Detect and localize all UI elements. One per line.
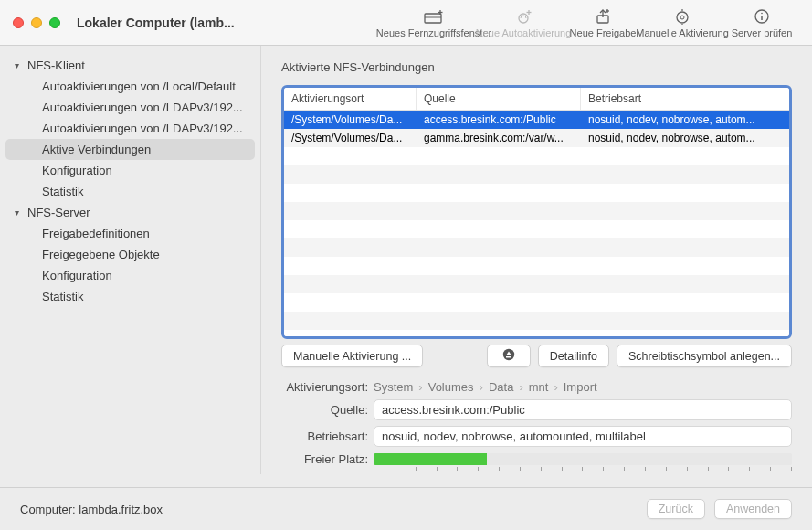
sidebar-item-autoldap2[interactable]: Autoaktivierungen von /LDAPv3/192...: [5, 118, 255, 139]
content-pane: Aktivierte NFS-Verbindungen Aktivierungs…: [261, 46, 812, 474]
footer: Computer: lambda.fritz.box Zurück Anwend…: [0, 487, 812, 530]
breadcrumb[interactable]: System› Volumes› Data› mnt› Import: [374, 380, 792, 394]
table-row[interactable]: /System/Volumes/Da... gamma.bresink.com:…: [284, 129, 789, 147]
titlebar: Lokaler Computer (lamb... Neues Fernzugr…: [0, 0, 812, 46]
info-icon: [754, 7, 770, 26]
col-source[interactable]: Quelle: [417, 88, 581, 110]
mode-field[interactable]: nosuid, nodev, nobrowse, automounted, mu…: [374, 426, 792, 447]
connections-table[interactable]: Aktivierungsort Quelle Betriebsart /Syst…: [281, 85, 792, 339]
toolbar-check-server[interactable]: Server prüfen: [728, 0, 796, 45]
sidebar-item-autolocal[interactable]: Autoaktivierungen von /Local/Default: [5, 76, 255, 97]
free-space-fill: [374, 453, 487, 465]
chevron-down-icon: ▾: [15, 207, 24, 217]
apply-button[interactable]: Anwenden: [714, 499, 792, 519]
label-source: Quelle:: [281, 403, 368, 417]
sidebar-item-server-config[interactable]: Konfiguration: [5, 265, 255, 286]
table-row-empty: [284, 220, 789, 238]
svg-point-17: [761, 12, 763, 14]
sidebar-item-shared-objects[interactable]: Freigegebene Objekte: [5, 244, 255, 265]
content-title: Aktivierte NFS-Verbindungen: [281, 60, 792, 74]
eject-button[interactable]: [487, 344, 531, 367]
source-field[interactable]: access.bresink.com:/Public: [374, 399, 792, 420]
minimize-window-button[interactable]: [31, 17, 42, 28]
sidebar-item-client-stats[interactable]: Statistik: [5, 181, 255, 202]
col-mode[interactable]: Betriebsart: [581, 88, 789, 110]
svg-point-12: [680, 16, 684, 19]
table-row-empty: [284, 312, 789, 330]
remote-window-icon: [421, 7, 447, 26]
sidebar-item-share-defs[interactable]: Freigabedefinitionen: [5, 223, 255, 244]
col-location[interactable]: Aktivierungsort: [284, 88, 417, 110]
sidebar: ▾ NFS-Klient Autoaktivierungen von /Loca…: [0, 46, 261, 474]
close-window-button[interactable]: [13, 17, 24, 28]
table-row-empty: [284, 275, 789, 293]
table-row-empty: [284, 257, 789, 275]
sidebar-group-server[interactable]: ▾ NFS-Server: [0, 202, 260, 223]
table-actions: Manuelle Aktivierung ... Detailinfo Schr…: [281, 344, 792, 367]
detail-info-button[interactable]: Detailinfo: [538, 344, 609, 367]
manual-activation-button[interactable]: Manuelle Aktivierung ...: [281, 344, 423, 367]
table-row-empty: [284, 293, 789, 312]
label-free-space: Freier Platz:: [281, 452, 368, 466]
free-space-bar: [374, 453, 792, 465]
table-row-empty: [284, 330, 789, 336]
window-controls: [0, 17, 60, 28]
svg-point-11: [677, 12, 688, 23]
detail-form: Aktivierungsort: System› Volumes› Data› …: [281, 380, 792, 466]
table-row[interactable]: /System/Volumes/Da... access.bresink.com…: [284, 111, 789, 129]
svg-rect-20: [506, 356, 511, 358]
table-row-empty: [284, 184, 789, 202]
table-header: Aktivierungsort Quelle Betriebsart: [284, 88, 789, 111]
label-mode: Betriebsart:: [281, 429, 368, 443]
table-body: /System/Volumes/Da... access.bresink.com…: [284, 111, 789, 336]
label-location: Aktivierungsort:: [281, 380, 368, 394]
table-row-empty: [284, 147, 789, 165]
desktop-symbol-button[interactable]: Schreibtischsymbol anlegen...: [617, 344, 792, 367]
toolbar-new-share[interactable]: Neue Freigabe: [569, 0, 637, 45]
sidebar-item-active-connections[interactable]: Aktive Verbindungen: [5, 139, 255, 160]
window-title: Lokaler Computer (lamb...: [77, 16, 250, 30]
scale-ticks: [374, 467, 792, 471]
svg-rect-0: [425, 14, 441, 23]
sidebar-item-server-stats[interactable]: Statistik: [5, 286, 255, 307]
manual-activation-icon: [673, 7, 691, 26]
sidebar-item-autoldap1[interactable]: Autoaktivierungen von /LDAPv3/192...: [5, 97, 255, 118]
sidebar-item-client-config[interactable]: Konfiguration: [5, 160, 255, 181]
back-button[interactable]: Zurück: [647, 499, 705, 519]
toolbar-new-auto: Neue Autoaktivierung: [480, 0, 567, 45]
share-icon: [594, 7, 612, 26]
sidebar-group-client[interactable]: ▾ NFS-Klient: [0, 55, 260, 76]
table-row-empty: [284, 202, 789, 220]
computer-host-label: Computer: lambda.fritz.box: [20, 503, 163, 516]
table-row-empty: [284, 165, 789, 184]
zoom-window-button[interactable]: [49, 17, 60, 28]
toolbar: Neues Fernzugriffsfenster Neue Autoaktiv…: [250, 0, 812, 45]
toolbar-new-remote[interactable]: Neues Fernzugriffsfenster: [390, 0, 478, 45]
chevron-down-icon: ▾: [15, 60, 24, 70]
toolbar-manual-activation[interactable]: Manuelle Aktivierung: [638, 0, 726, 45]
auto-activation-icon: [512, 7, 534, 26]
table-row-empty: [284, 238, 789, 257]
eject-icon: [502, 348, 515, 364]
